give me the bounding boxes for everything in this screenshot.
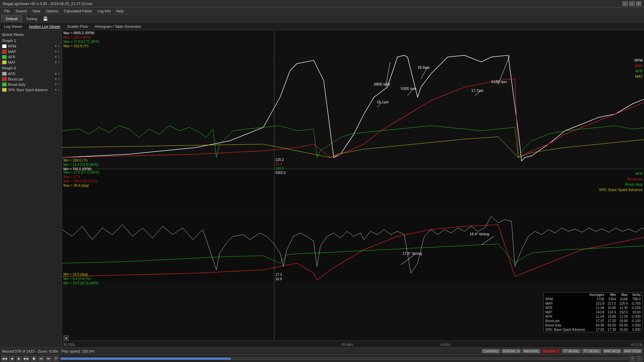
spk-dropdown[interactable]: ▼ (54, 88, 57, 92)
menu-help[interactable]: Help (113, 8, 126, 14)
stats-col-min: Min (606, 293, 618, 297)
scroll-left-button[interactable]: ◂ (63, 335, 69, 341)
stats-table-row: AFR: 11.04 10.80 11.30 -0.300 (544, 314, 642, 319)
map-dropdown[interactable]: ▼ (54, 50, 57, 53)
afr2-settings[interactable]: ≡ (58, 72, 60, 75)
stats-col-max: Max (618, 293, 630, 297)
minimize-button[interactable]: ─ (623, 1, 628, 6)
stats-row-max: 6186 (618, 297, 630, 301)
progress-bar[interactable] (60, 357, 628, 360)
afr2-label: AFR (8, 72, 54, 76)
max-mat-label: Max = 153.8 (°F) (63, 44, 99, 48)
pb-zoom-out-button[interactable]: - (637, 356, 643, 361)
menu-bar: File Search View Options Calculated Fiel… (0, 7, 644, 15)
max-rpm-label: Max = 6805.0 (RPM) (63, 31, 99, 35)
vtab-scatter-plots[interactable]: Scatter Plots (64, 24, 91, 29)
stats-row-delta: -0.700 (630, 301, 642, 306)
sidebar-item-mat[interactable]: MAT ▼ ≡ (1, 60, 60, 65)
stats-col-label (544, 293, 588, 297)
stats-row-avg: 11.04 (588, 306, 606, 310)
stats-table-row: AFR: 11.04 10.80 11.30 -0.200 (544, 306, 642, 310)
max-spk-label: Max = 39.4 (deg) (63, 183, 99, 188)
max-afr-label: Max = 17.0 [17.7] (AFR) (63, 40, 99, 44)
tab-tuning[interactable]: Tuning (22, 15, 42, 22)
vtab-log-viewer[interactable]: Log Viewer (1, 24, 26, 29)
map-color-box (2, 50, 7, 54)
spk-settings[interactable]: ≡ (58, 88, 60, 92)
time-marker-mid1: 39.486s (341, 343, 354, 347)
main-layout: Quick Views Graph 1 RPM ▼ ≡ MAP ▼ ≡ AFR … (0, 30, 644, 347)
pb-start-button[interactable]: ⏮ (38, 356, 44, 361)
window-controls[interactable]: ─ □ ✕ (623, 1, 641, 6)
pb-zoom-in-button[interactable]: + (629, 356, 635, 361)
boost-duty-dropdown[interactable]: ▼ (54, 83, 57, 86)
legend-afr2: AFR (599, 171, 643, 176)
stats-col-delta: Delta (630, 293, 642, 297)
sidebar-item-afr2[interactable]: AFR ▼ ≡ (1, 71, 60, 76)
stats-row-label: MAT: (544, 310, 588, 314)
badge-map-ae: MAP AE(bi (603, 349, 622, 353)
sidebar-item-afr[interactable]: AFR ▼ ≡ (1, 54, 60, 60)
graph1-svg (62, 30, 644, 169)
sidebar-item-rpm[interactable]: RPM ▼ ≡ (1, 44, 60, 49)
pb-stop-button[interactable]: ⏹ (31, 356, 37, 361)
vtab-histogram[interactable]: Histogram / Table Generator (92, 24, 145, 29)
map-settings[interactable]: ≡ (58, 50, 60, 53)
maximize-button[interactable]: □ (629, 1, 635, 6)
crosshair-values-graph2: 17.3 10.9 (275, 273, 282, 281)
menu-log-info[interactable]: Log Info (95, 8, 114, 14)
sidebar-item-map[interactable]: MAP ▼ ≡ (1, 49, 60, 54)
stats-row-avg: 222.8 (588, 301, 606, 306)
min-afr-label: Min = 13.4 [10.3] (AFR) (63, 163, 98, 167)
min-mat-label: Min = 106.6 (°F) (63, 158, 98, 163)
menu-view[interactable]: View (30, 8, 43, 14)
afr-dropdown[interactable]: ▼ (54, 55, 57, 59)
rpm-settings[interactable]: ≡ (58, 45, 60, 48)
badge-crank: Crank(bit): (482, 349, 500, 353)
boost-psi-settings[interactable]: ≡ (58, 77, 60, 81)
pb-loop-button[interactable]: ⟳ (53, 356, 59, 361)
sidebar: Quick Views Graph 1 RPM ▼ ≡ MAP ▼ ≡ AFR … (0, 30, 62, 347)
max-boost1-label: Max = 17.4 (63, 175, 99, 179)
rpm-color-box (2, 44, 7, 48)
pb-ff-button[interactable]: ▶▶ (23, 356, 30, 361)
crosshair-val4: 5302.0 (275, 171, 286, 175)
close-button[interactable]: ✕ (636, 1, 641, 6)
legend-afr: AFR (635, 68, 643, 74)
tab-save-button[interactable]: 💾 (43, 16, 48, 21)
boost-psi-label: Boost psi (8, 77, 54, 81)
pb-rewind-button[interactable]: ◀◀ (1, 356, 7, 361)
tab-default[interactable]: Default (1, 15, 22, 22)
view-tabs: Log Viewer Ignition Log Viewer Scatter P… (0, 23, 644, 30)
chart-area[interactable]: Max = 6805.0 (RPM) Max = 226.4 (kPa) Max… (62, 30, 644, 347)
sidebar-item-boost-duty[interactable]: Boost duty ▼ ≡ (1, 82, 60, 87)
sidebar-item-spk[interactable]: SPK: Base Spark Advance ▼ ≡ (1, 87, 60, 93)
mat-label: MAT (8, 60, 54, 64)
boost-psi-dropdown[interactable]: ▼ (54, 77, 57, 81)
afr-settings[interactable]: ≡ (58, 55, 60, 59)
vtab-ignition-log-viewer[interactable]: Ignition Log Viewer (26, 24, 64, 29)
menu-calculated-fields[interactable]: Calculated Fields (61, 8, 95, 14)
pb-play-button[interactable]: ▶ (16, 356, 22, 361)
menu-search[interactable]: Search (13, 8, 30, 14)
stats-row-max: 18.80 (618, 319, 630, 323)
stats-row-delta: 0.000 (630, 327, 642, 332)
pb-prev-button[interactable]: ◀ (9, 356, 15, 361)
stats-col-averages: Averages (588, 293, 606, 297)
menu-options[interactable]: Options (43, 8, 61, 14)
pb-end-button[interactable]: ⏭ (46, 356, 52, 361)
rpm-dropdown[interactable]: ▼ (54, 45, 57, 48)
legend-map: MAP (635, 63, 643, 68)
afr2-dropdown[interactable]: ▼ (54, 72, 57, 75)
stats-row-min: 10.80 (606, 306, 618, 310)
sidebar-item-boost-psi[interactable]: Boost psi ▼ ≡ (1, 76, 60, 82)
afr-color-box (2, 55, 7, 59)
stats-row-label: SPK: Base Spark Advance: (544, 327, 588, 332)
boost-duty-settings[interactable]: ≡ (58, 83, 60, 86)
mat-dropdown[interactable]: ▼ (54, 61, 57, 64)
stats-table-row: Boost duty: 64.90 65.00 66.00 0.000 (544, 323, 642, 327)
stats-row-max: 11.30 (618, 306, 630, 310)
menu-file[interactable]: File (1, 8, 13, 14)
badge-tp-de: TP DE(bit): (582, 349, 601, 353)
mat-settings[interactable]: ≡ (58, 61, 60, 64)
